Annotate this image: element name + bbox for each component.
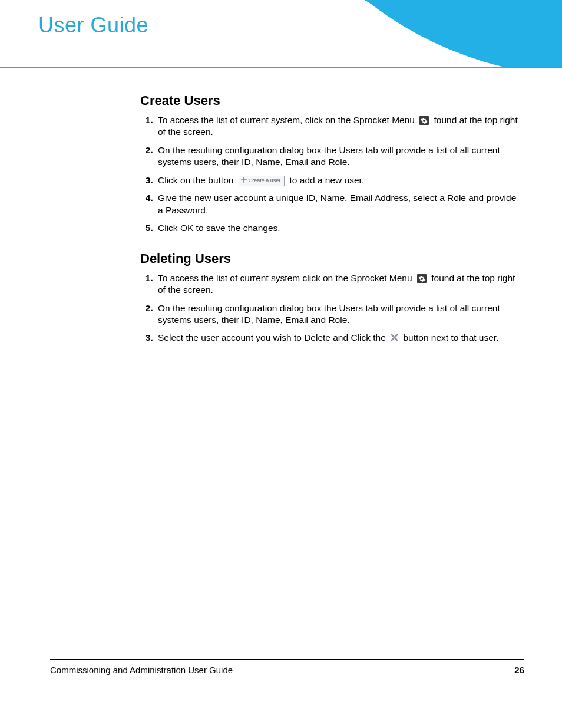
create-a-user-button: Create a user [239,176,285,186]
list-item: Select the user account you wish to Dele… [156,332,523,344]
deleting-users-steps: To access the list of current system cli… [140,272,523,345]
step-text: To access the list of current system cli… [158,273,415,283]
footer-doc-title: Commissioning and Administration User Gu… [50,665,233,675]
list-item: To access the list of current system, cl… [156,114,523,139]
section-heading-create-users: Create Users [140,93,523,108]
list-item: Click on the button Create a user to add… [156,174,523,186]
page-content: Create Users To access the list of curre… [140,93,523,351]
list-item: Give the new user account a unique ID, N… [156,192,523,216]
step-text: Select the user account you wish to Dele… [158,332,388,342]
header-rule [0,67,562,68]
create-a-user-button-label: Create a user [249,177,281,183]
step-text: Click on the button [158,175,236,185]
header-title: User Guide [38,13,148,38]
footer-rule [50,659,524,660]
step-text: Give the new user account a unique ID, N… [158,193,516,215]
list-item: On the resulting configuration dialog bo… [156,302,523,327]
gear-icon [417,274,427,283]
list-item: Click OK to save the changes. [156,222,523,234]
step-text: button next to that user. [403,332,498,342]
gear-icon [419,116,429,125]
create-users-steps: To access the list of current system, cl… [140,114,523,235]
close-icon [391,332,398,344]
step-text: Click OK to save the changes. [158,223,280,233]
plus-icon [241,177,247,185]
step-text: On the resulting configuration dialog bo… [158,145,500,167]
step-text: To access the list of current system, cl… [158,115,417,125]
footer-page-number: 26 [514,665,524,675]
decorative-swoosh [232,0,562,68]
footer-rule [50,661,524,661]
page-header: User Guide [0,0,562,68]
step-text: On the resulting configuration dialog bo… [158,303,500,325]
list-item: To access the list of current system cli… [156,272,523,297]
step-text: to add a new user. [290,175,365,185]
page-footer: Commissioning and Administration User Gu… [50,659,524,675]
list-item: On the resulting configuration dialog bo… [156,144,523,169]
section-heading-deleting-users: Deleting Users [140,251,523,266]
